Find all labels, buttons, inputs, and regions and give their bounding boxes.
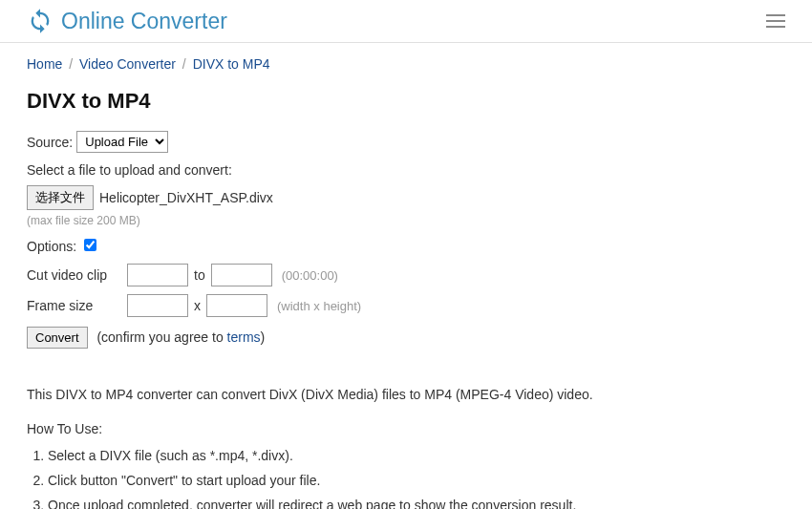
frame-size-hint: (width x height) xyxy=(277,299,361,313)
confirm-text: (confirm you agree to terms) xyxy=(96,329,265,345)
description-text: This DIVX to MP4 converter can convert D… xyxy=(27,387,785,402)
breadcrumb-video-converter[interactable]: Video Converter xyxy=(79,56,176,72)
source-row: Source: Upload File xyxy=(27,131,785,153)
hamburger-menu-icon[interactable] xyxy=(766,11,785,32)
frame-size-x: x xyxy=(194,298,201,313)
frame-size-label: Frame size xyxy=(27,298,127,313)
cut-clip-end-input[interactable] xyxy=(211,264,272,286)
cut-clip-label: Cut video clip xyxy=(27,267,127,283)
options-label: Options: xyxy=(27,239,76,254)
convert-row: Convert (confirm you agree to terms) xyxy=(27,327,785,349)
cut-clip-start-input[interactable] xyxy=(127,264,188,286)
breadcrumb: Home / Video Converter / DIVX to MP4 xyxy=(27,56,785,72)
howto-title: How To Use: xyxy=(27,421,785,436)
frame-size-row: Frame size x (width x height) xyxy=(27,294,785,317)
howto-step: Click button "Convert" to start upload y… xyxy=(48,473,785,488)
source-select[interactable]: Upload File xyxy=(76,131,168,153)
options-checkbox[interactable] xyxy=(84,239,96,251)
choose-file-button[interactable]: 选择文件 xyxy=(27,185,94,210)
logo-text: Online Converter xyxy=(61,9,227,34)
howto-step: Once upload completed, converter will re… xyxy=(48,498,785,509)
header: Online Converter xyxy=(0,0,812,43)
terms-link[interactable]: terms xyxy=(227,329,261,345)
source-label: Source: xyxy=(27,135,73,150)
breadcrumb-current[interactable]: DIVX to MP4 xyxy=(193,56,270,72)
howto-list: Select a DIVX file (such as *.mp4, *.div… xyxy=(27,448,785,509)
selected-filename: Helicopter_DivXHT_ASP.divx xyxy=(99,190,273,205)
cut-clip-hint: (00:00:00) xyxy=(282,268,338,283)
max-file-size-hint: (max file size 200 MB) xyxy=(27,214,785,227)
select-file-label: Select a file to upload and convert: xyxy=(27,162,785,178)
main-content: Home / Video Converter / DIVX to MP4 DIV… xyxy=(0,43,812,509)
upload-section: Select a file to upload and convert: 选择文… xyxy=(27,162,785,227)
page-title: DIVX to MP4 xyxy=(27,89,785,114)
breadcrumb-separator: / xyxy=(182,56,186,72)
options-row: Options: xyxy=(27,239,785,254)
refresh-icon xyxy=(27,8,53,34)
cut-clip-to: to xyxy=(194,267,205,283)
frame-width-input[interactable] xyxy=(127,294,188,317)
howto-step: Select a DIVX file (such as *.mp4, *.div… xyxy=(48,448,785,463)
breadcrumb-home[interactable]: Home xyxy=(27,56,62,72)
convert-button[interactable]: Convert xyxy=(27,327,88,349)
cut-clip-row: Cut video clip to (00:00:00) xyxy=(27,264,785,286)
frame-height-input[interactable] xyxy=(206,294,267,317)
logo[interactable]: Online Converter xyxy=(27,8,227,34)
breadcrumb-separator: / xyxy=(69,56,73,72)
